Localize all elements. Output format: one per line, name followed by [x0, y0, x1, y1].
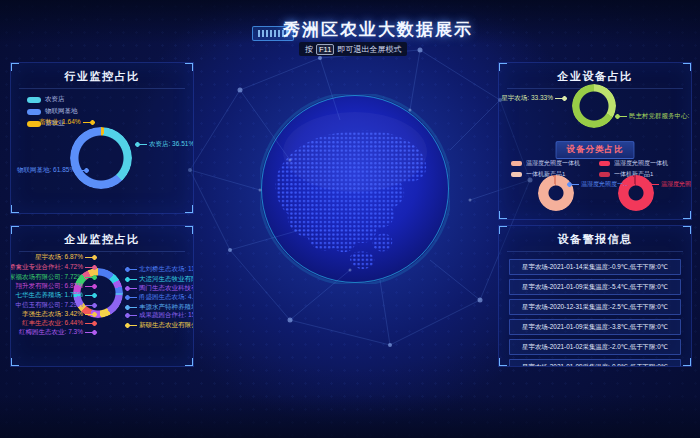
fullscreen-toast: 按 F11 即可退出全屏模式 [299, 42, 407, 56]
corner-accent [683, 62, 692, 71]
corner-accent [185, 205, 194, 214]
pie-callout: 民主村党群服务中心: [615, 113, 689, 120]
corner-accent [10, 358, 19, 367]
legend-label: 农资店 [45, 95, 65, 104]
pie-callout: 翔升发有限公司: 6.87% [15, 283, 97, 290]
legend-swatch [599, 161, 610, 166]
corner-accent [185, 225, 194, 234]
legend-item[interactable]: 温湿度光照度一体机 [599, 159, 668, 168]
corner-accent [498, 62, 507, 71]
pie-callout: 大运河生态牧业有限责任公 [125, 276, 194, 283]
pie-callout: 丰源水产特种养殖场: 1... [125, 304, 194, 311]
corner-accent [498, 225, 507, 234]
industry-donut-chart [70, 127, 132, 189]
pie-callout: 社桥禽业专业合作社: 4.72% [10, 264, 97, 271]
corner-accent [683, 358, 692, 367]
page-title: 秀洲区农业大数据展示 [56, 18, 700, 41]
f11-key: F11 [316, 44, 334, 55]
legend-item[interactable]: 农资店 [27, 95, 78, 104]
pie-callout: 温湿度光照度一... [647, 181, 692, 187]
corner-accent [683, 211, 692, 220]
alarm-row: 星宇农场-2021-01-02采集温度:-2.0℃,低于下限:0℃ [509, 339, 681, 355]
pie-callout: 李强生态农场: 3.42% [22, 311, 97, 318]
network-overlay [170, 30, 550, 360]
device-ratio-panel: 企业设备占比 星宇农场: 33.33% 民主村党群服务中心: 设备分类占比 温湿… [498, 62, 692, 220]
corner-accent [10, 225, 19, 234]
pie-callout: 温湿度光照度一... [567, 181, 628, 187]
legend-label: 物联网基地 [45, 107, 78, 116]
enterprise-monitor-panel: 企业监控占比 星宇农场: 6.87% 社桥禽业专业合作社: 4.72% 家福农场… [10, 225, 194, 367]
alarm-row: 星宇农场-2021-01-09采集温度:-0.9℃,低于下限:0℃ [509, 359, 681, 367]
corner-accent [10, 205, 19, 214]
pie-callout: 农资店: 36.51% [135, 141, 194, 148]
alarm-row: 星宇农场-2021-01-09采集温度:-5.4℃,低于下限:0℃ [509, 279, 681, 295]
pie-callout: 家福农场有限公司: 7.72% [10, 274, 97, 281]
pie-callout: 新硕生态农业有限公司: 6.87% [125, 322, 194, 329]
panel-title: 行业监控占比 [19, 67, 185, 89]
legend-swatch [599, 172, 610, 177]
pie-callout: 红丰生态农业: 6.44% [22, 320, 97, 327]
pie-callout: 畜牧业: 1.64% [39, 119, 95, 126]
toast-prefix: 按 [305, 44, 313, 55]
panel-title: 设备警报信息 [507, 230, 683, 252]
pie-callout: 甬盛园生态农场: 4.29% [125, 294, 194, 301]
legend-swatch [27, 109, 41, 115]
alarm-row: 星宇农场-2021-01-09采集温度:-3.8℃,低于下限:0℃ [509, 319, 681, 335]
pie-callout: 成果蔬园合作社: 15.02% [125, 312, 194, 319]
device-donut-chart [572, 84, 616, 128]
legend-item[interactable]: 温湿度光照度一体机 [511, 159, 580, 168]
pie-callout: 七华生态养殖场: 1.72% [15, 292, 97, 299]
legend-label: 温湿度光照度一体机 [526, 159, 580, 168]
chart-legend: 农资店 物联网基地 畜牧业 [27, 95, 78, 131]
legend-swatch [511, 161, 522, 166]
pie-callout: 北刘桥生态农场: 11.16% [125, 266, 194, 273]
pie-callout: 物联网基地: 61.85% [17, 167, 89, 174]
legend-swatch [27, 97, 41, 103]
toast-suffix: 即可退出全屏模式 [337, 44, 401, 55]
corner-accent [10, 62, 19, 71]
pie-callout: 红梅园生态农业: 7.3% [19, 329, 97, 336]
corner-accent [185, 358, 194, 367]
corner-accent [498, 211, 507, 220]
corner-accent [683, 225, 692, 234]
pie-callout: 星宇农场: 33.33% [501, 95, 567, 102]
legend-item[interactable]: 物联网基地 [27, 107, 78, 116]
industry-monitor-panel: 行业监控占比 农资店 物联网基地 畜牧业 畜牧业: 1.64% 农资店: 36.… [10, 62, 194, 214]
pie-callout: 星宇农场: 6.87% [35, 254, 97, 261]
corner-accent [185, 62, 194, 71]
alarm-row: 星宇农场-2020-12-31采集温度:-2.5℃,低于下限:0℃ [509, 299, 681, 315]
device-alarm-panel: 设备警报信息 星宇农场-2021-01-14采集温度:-0.9℃,低于下限:0℃… [498, 225, 692, 367]
pie-callout: 中信玉有限公司: 7.29% [15, 302, 97, 309]
corner-accent [498, 358, 507, 367]
legend-label: 温湿度光照度一体机 [614, 159, 668, 168]
panel-title: 企业监控占比 [19, 230, 185, 252]
legend-swatch [511, 172, 522, 177]
classification-title: 设备分类占比 [556, 141, 635, 159]
alarm-row: 星宇农场-2021-01-14采集温度:-0.9℃,低于下限:0℃ [509, 259, 681, 275]
pie-callout: 陶门生态农业科技有限公 [125, 285, 194, 292]
